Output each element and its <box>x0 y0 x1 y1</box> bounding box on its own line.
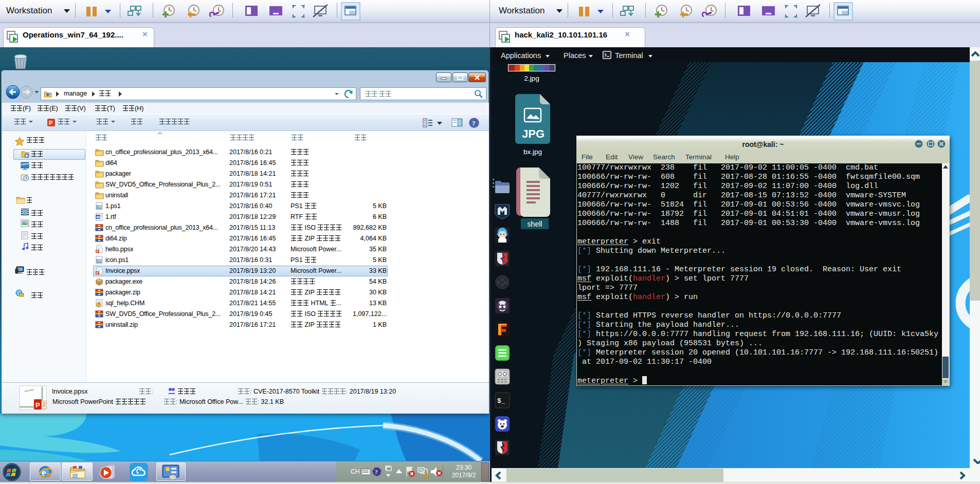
svg-text:P: P <box>97 250 99 253</box>
svg-text:e: e <box>42 468 46 478</box>
svg-text:P: P <box>49 120 52 126</box>
svg-text:W: W <box>96 215 100 219</box>
svg-text:!: ! <box>426 473 427 477</box>
svg-text:?: ? <box>375 469 378 475</box>
svg-text:$_: $_ <box>497 397 505 405</box>
svg-text:P: P <box>97 271 99 274</box>
svg-text:P: P <box>35 401 40 409</box>
svg-text:?: ? <box>472 119 476 127</box>
svg-text:?: ? <box>98 303 100 307</box>
svg-text:JPG: JPG <box>522 127 545 140</box>
